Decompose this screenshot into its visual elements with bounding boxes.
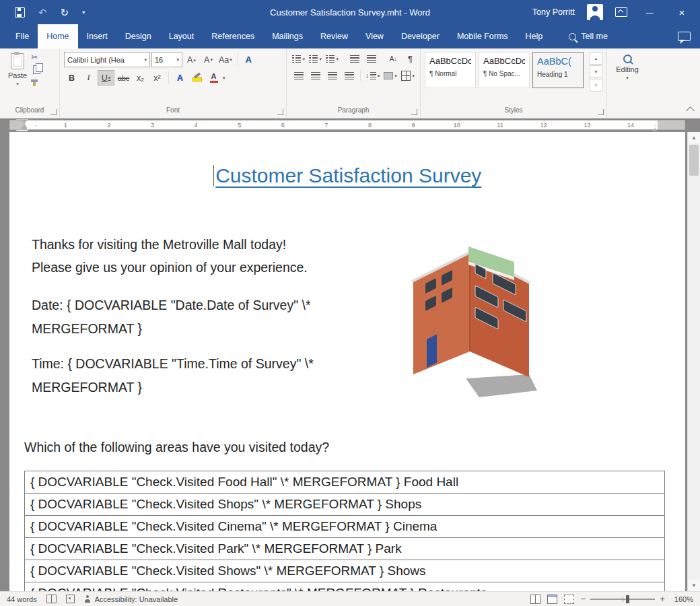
italic-button[interactable]: I [81,71,96,85]
paste-dropdown-icon[interactable]: ▾ [16,81,19,86]
web-layout-button[interactable] [564,595,574,604]
date-field-paragraph[interactable]: Date: { DOCVARIABLE "Date.Date of Survey… [32,294,311,341]
table-row[interactable]: { DOCVARIABLE "Check.Visited Cinema" \* … [24,516,665,538]
ribbon-tab[interactable]: Insert [78,24,116,48]
font-name-select[interactable]: Calibri Light (Hea ▾ [64,52,150,67]
styles-dialog-launcher-icon[interactable] [598,109,604,115]
ribbon-tab[interactable]: Mailings [263,24,312,48]
table-row[interactable]: { DOCVARIABLE "Check.Visited Shows" \* M… [24,560,665,582]
font-dialog-launcher-icon[interactable] [277,109,283,115]
read-mode-button[interactable] [530,595,540,604]
tell-me-box[interactable]: Tell me [569,24,608,48]
paragraph-dialog-launcher-icon[interactable] [411,109,417,115]
line-spacing-button[interactable]: ↕▾ [364,69,381,83]
ribbon-tab[interactable]: Home [38,24,77,48]
zoom-in-button[interactable]: + [660,594,665,604]
table-row[interactable]: { DOCVARIABLE "Check.Visited Food Hall" … [24,471,665,494]
ribbon-tab[interactable]: Layout [160,24,203,48]
scroll-up-button[interactable]: ▲ [688,132,700,143]
multilevel-list-button[interactable]: ▾ [324,52,340,66]
zoom-out-button[interactable]: − [581,594,586,604]
ribbon-tab[interactable]: File [7,24,38,48]
ribbon-tab[interactable]: References [203,24,263,48]
highlight-button[interactable] [189,71,205,85]
signed-in-user[interactable]: Tony Porritt [532,7,575,17]
user-avatar[interactable] [587,4,603,20]
minimize-button[interactable] [639,7,660,18]
print-layout-button[interactable] [547,595,557,604]
ribbon-tab[interactable]: Developer [392,24,448,48]
save-icon[interactable] [15,7,25,18]
mall-building-image[interactable] [404,238,538,400]
clear-formatting-button[interactable]: A [241,53,256,67]
superscript-button[interactable]: x² [149,71,165,85]
cut-icon[interactable]: ✂ [31,53,40,61]
macro-record-icon[interactable] [66,595,75,603]
justify-button[interactable] [341,69,357,83]
align-right-button[interactable] [324,69,340,83]
bullets-button[interactable]: ▾ [291,52,306,66]
table-row[interactable]: { DOCVARIABLE "Check.Visited Restaurants… [24,582,665,591]
collapse-ribbon-icon[interactable] [686,106,695,115]
table-row[interactable]: { DOCVARIABLE "Check.Visited Park" \* ME… [24,538,665,560]
strikethrough-button[interactable]: abc [116,71,131,85]
scroll-down-button[interactable]: ▼ [688,580,700,591]
align-center-button[interactable] [308,69,323,83]
align-left-button[interactable] [291,69,306,83]
horizontal-ruler[interactable]: 1 2 3 4 5 6 7 8 9 10 [9,120,685,130]
customize-quick-access-icon[interactable]: ▾ [82,9,85,15]
ribbon-tab[interactable]: Help [517,24,552,48]
sort-button[interactable]: A↓ [386,52,401,66]
intro-paragraph[interactable]: Thanks for visiting the Metroville Mall … [32,233,308,279]
change-case-button[interactable]: Aa▾ [217,53,234,67]
font-size-select[interactable]: 16 ▾ [151,52,182,67]
subscript-button[interactable]: x₂ [133,71,148,85]
scrollbar-thumb[interactable] [689,145,699,176]
grow-font-button[interactable]: A▴ [184,53,199,67]
paste-button[interactable]: Paste ▾ [4,52,31,106]
ribbon-tab[interactable]: View [357,24,392,48]
accessibility-status[interactable]: Accessibility: Unavailable [84,595,178,603]
style-option[interactable]: AaBbCcDc ¶ Normal [425,52,476,88]
proofing-status-icon[interactable] [46,595,57,603]
undo-icon[interactable]: ↶ [38,7,47,18]
increase-indent-button[interactable] [363,52,379,66]
shading-button[interactable]: ▾ [382,69,398,83]
redo-icon[interactable]: ↻ [61,7,69,18]
copy-icon[interactable] [33,65,40,74]
show-marks-button[interactable]: ¶ [403,52,418,66]
font-color-button[interactable]: A [206,71,221,85]
zoom-slider[interactable] [590,599,655,600]
underline-button[interactable]: U▾ [98,70,114,86]
vertical-scrollbar[interactable]: ▲ ▼ [687,132,700,591]
zoom-slider-thumb[interactable] [626,595,629,603]
time-field-paragraph[interactable]: Time: { DOCVARIABLE "Time.Time of Survey… [32,352,314,399]
styles-scroll-up-icon[interactable]: ▴ [590,52,602,65]
question-paragraph[interactable]: Which of the following areas have you vi… [24,436,329,459]
ribbon-tab[interactable]: Design [116,24,160,48]
bold-button[interactable]: B [64,71,79,85]
ribbon-tab[interactable]: Review [312,24,357,48]
styles-scroll-down-icon[interactable]: ▾ [590,65,602,78]
shrink-font-button[interactable]: A▾ [201,53,216,67]
right-indent-marker[interactable] [652,116,658,129]
table-row[interactable]: { DOCVARIABLE "Check.Visited Shops" \* M… [24,494,665,516]
document-page[interactable]: Customer Satisfaction Survey Thanks for … [9,132,685,591]
zoom-level[interactable]: 160% [672,595,693,603]
left-indent-marker[interactable] [22,121,27,129]
numbering-button[interactable]: ▾ [308,52,323,66]
styles-gallery-more-icon[interactable]: ▿ [590,79,602,92]
ribbon-tab[interactable]: Mobile Forms [448,24,517,48]
document-heading[interactable]: Customer Satisfaction Survey [9,164,685,187]
text-effects-button[interactable]: A [172,71,188,85]
style-option[interactable]: AaBbC( Heading 1 [532,52,584,88]
close-button[interactable]: × [672,7,692,18]
word-count[interactable]: 44 words [7,595,37,603]
clipboard-dialog-launcher-icon[interactable] [50,109,57,115]
borders-button[interactable]: ▾ [400,69,416,83]
ribbon-display-options-icon[interactable] [615,7,627,17]
comments-icon[interactable] [678,32,691,41]
decrease-indent-button[interactable] [347,52,362,66]
style-option[interactable]: AaBbCcDc ¶ No Spac... [479,52,530,88]
font-color-dropdown-icon[interactable]: ▾ [223,75,225,80]
